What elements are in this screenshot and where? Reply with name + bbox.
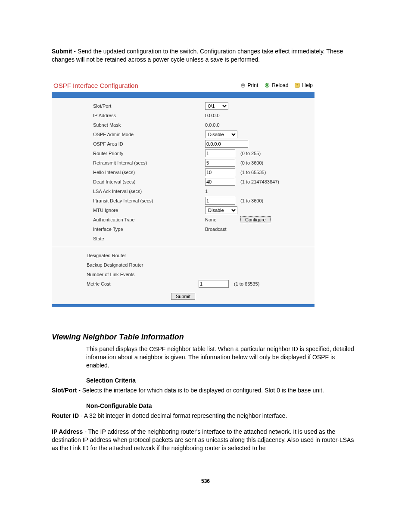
mtu-ignore-select[interactable]: Disable [205, 206, 237, 214]
label-metric-cost: Metric Cost [59, 280, 199, 288]
metric-cost-input[interactable] [199, 280, 229, 288]
submit-button[interactable]: Submit [171, 293, 195, 300]
panel-top-bar [52, 92, 314, 98]
print-label: Print [248, 82, 258, 88]
help-icon: ? [294, 82, 300, 88]
nonconfigurable-heading: Non-Configurable Data [86, 402, 359, 409]
submit-term: Submit [52, 48, 72, 55]
routerid-term: Router ID [52, 412, 79, 419]
label-router-priority: Router Priority [59, 149, 205, 157]
value-subnet-mask: 0.0.0.0 [205, 121, 220, 129]
area-id-input[interactable] [205, 140, 248, 148]
dead-input[interactable] [205, 178, 235, 186]
label-iftransit: Iftransit Delay Interval (secs) [59, 197, 205, 205]
svg-rect-2 [242, 86, 244, 88]
label-designated-router: Designated Router [59, 252, 199, 259]
reload-link[interactable]: Reload [264, 82, 288, 88]
panel-title: OSPF Interface Configuration [53, 82, 138, 89]
label-area-id: OSPF Area ID [59, 140, 205, 148]
label-ip-address: IP Address [59, 112, 205, 119]
value-auth-type: None [205, 216, 235, 224]
label-lsa-ack: LSA Ack Interval (secs) [59, 187, 205, 195]
reload-icon [264, 82, 270, 88]
ipaddress-desc: - The IP address of the neighboring rout… [52, 428, 354, 451]
page-number: 536 [52, 478, 359, 484]
hint-hello: (1 to 65535) [240, 168, 266, 176]
label-auth-type: Authentication Type [59, 216, 205, 224]
help-label: Help [302, 82, 313, 88]
label-retransmit: Retransmit Interval (secs) [59, 159, 205, 167]
submit-desc: - Send the updated configuration to the … [52, 48, 343, 63]
hint-router-priority: (0 to 255) [240, 149, 261, 157]
slotport-paragraph: Slot/Port - Selects the interface for wh… [52, 386, 359, 395]
label-mtu-ignore: MTU Ignore [59, 206, 205, 214]
section-heading: Viewing Neighbor Table Information [52, 333, 359, 342]
panel-header: OSPF Interface Configuration Print Reloa… [52, 81, 314, 92]
label-interface-type: Interface Type [59, 225, 205, 233]
routerid-paragraph: Router ID - A 32 bit integer in dotted d… [52, 412, 359, 420]
svg-rect-1 [242, 83, 244, 85]
panel-separator [52, 247, 314, 247]
ipaddress-paragraph: IP Address - The IP address of the neigh… [52, 428, 359, 452]
label-state: State [59, 235, 205, 243]
ipaddress-term: IP Address [52, 428, 83, 435]
routerid-desc: - A 32 bit integer in dotted decimal for… [79, 412, 287, 419]
hint-metric-cost: (1 to 65535) [234, 280, 259, 288]
router-priority-input[interactable] [205, 149, 235, 157]
ospf-config-panel: OSPF Interface Configuration Print Reloa… [52, 81, 314, 307]
svg-text:?: ? [296, 84, 299, 88]
label-slot-port: Slot/Port [59, 102, 205, 110]
iftransit-input[interactable] [205, 197, 235, 205]
configure-button[interactable]: Configure [240, 216, 271, 223]
label-hello: Hello Interval (secs) [59, 168, 205, 176]
hint-iftransit: (1 to 3600) [240, 197, 263, 205]
reload-label: Reload [272, 82, 288, 88]
label-backup-designated-router: Backup Designated Router [59, 261, 199, 269]
retransmit-input[interactable] [205, 159, 235, 167]
slotport-term: Slot/Port [52, 387, 77, 394]
hint-dead: (1 to 2147483647) [240, 178, 279, 186]
submit-paragraph: Submit - Send the updated configuration … [52, 47, 359, 64]
label-admin-mode: OSPF Admin Mode [59, 131, 205, 138]
admin-mode-select[interactable]: Disable [205, 131, 237, 138]
print-icon [240, 82, 246, 88]
section-intro: This panel displays the OSPF neighbor ta… [86, 345, 359, 370]
label-subnet-mask: Subnet Mask [59, 121, 205, 129]
label-link-events: Number of Link Events [59, 271, 199, 278]
print-link[interactable]: Print [240, 82, 258, 88]
value-ip-address: 0.0.0.0 [205, 112, 220, 119]
hello-input[interactable] [205, 168, 235, 176]
slot-port-select[interactable]: 0/1 [205, 102, 228, 110]
selection-criteria-heading: Selection Criteria [86, 377, 359, 384]
help-link[interactable]: ? Help [294, 82, 313, 88]
label-dead: Dead Interval (secs) [59, 178, 205, 186]
value-lsa-ack: 1 [205, 187, 208, 195]
slotport-desc: - Selects the interface for which data i… [77, 387, 324, 394]
panel-bottom-bar [52, 304, 314, 307]
value-interface-type: Broadcast [205, 225, 227, 233]
hint-retransmit: (0 to 3600) [240, 159, 263, 167]
